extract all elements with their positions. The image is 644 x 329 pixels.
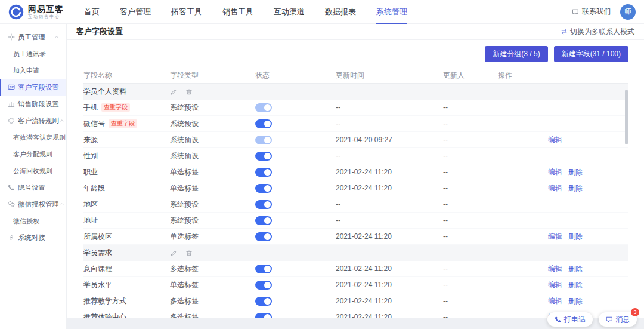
sidebar-item-label: 有效潜客认定规则 — [13, 133, 66, 142]
edit-link[interactable]: 编辑 — [548, 167, 562, 177]
delete-link[interactable]: 删除 — [568, 232, 583, 242]
dedupe-tag: 查重字段 — [101, 103, 130, 112]
group-name: 学员需求 — [83, 248, 112, 258]
nav-item-4[interactable]: 互动渠道 — [274, 0, 305, 24]
sidebar-item-label: 系统对接 — [18, 233, 45, 242]
status-toggle[interactable] — [255, 232, 272, 241]
sidebar-item-5[interactable]: 客户流转规则 — [0, 112, 66, 129]
updated-time: 2021-02-24 11:20 — [336, 313, 392, 318]
call-button[interactable]: 打电话 — [547, 312, 593, 327]
chat-icon — [572, 8, 579, 16]
sidebar-item-8[interactable]: 公海回收规则 — [0, 162, 66, 179]
edit-link[interactable]: 编辑 — [548, 232, 562, 242]
sidebar-item-label: 客户字段设置 — [18, 83, 59, 92]
contact-us-button[interactable]: 联系我们 — [572, 7, 611, 17]
sidebar-item-10[interactable]: 微信授权管理 — [0, 196, 66, 213]
status-toggle[interactable] — [255, 313, 272, 319]
edit-link[interactable]: 编辑 — [548, 264, 562, 274]
updated-time: -- — [336, 200, 340, 208]
contact-us-label: 联系我们 — [582, 7, 611, 17]
wechat-icon — [7, 201, 15, 208]
updated-time: -- — [336, 152, 340, 160]
status-toggle[interactable] — [255, 265, 272, 273]
status-toggle[interactable] — [255, 281, 272, 290]
status-toggle[interactable] — [255, 152, 272, 161]
field-type: 多选标签 — [170, 296, 199, 306]
sidebar-item-label: 微信授权管理 — [18, 200, 59, 209]
field-type: 单选标签 — [170, 232, 199, 242]
scrollbar-thumb[interactable] — [625, 90, 628, 144]
status-toggle[interactable] — [255, 184, 272, 193]
delete-link[interactable]: 删除 — [568, 167, 583, 177]
edit-icon[interactable] — [170, 88, 177, 96]
link-icon — [7, 234, 15, 241]
delete-link[interactable]: 删除 — [568, 280, 583, 290]
updater: -- — [443, 297, 448, 305]
sidebar-item-2[interactable]: 加入申请 — [0, 62, 66, 79]
field-name: 手机 — [83, 103, 98, 113]
nav-item-2[interactable]: 拓客工具 — [171, 0, 202, 24]
sidebar-item-12[interactable]: 系统对接 — [0, 229, 66, 246]
message-button[interactable]: 消息 3 — [599, 312, 637, 327]
status-toggle[interactable] — [255, 168, 272, 177]
updater: -- — [443, 200, 448, 208]
trash-icon[interactable] — [185, 250, 193, 257]
delete-link[interactable]: 删除 — [568, 183, 583, 193]
status-toggle[interactable] — [255, 216, 272, 225]
sidebar-item-11[interactable]: 微信授权 — [0, 213, 66, 229]
nav-item-0[interactable]: 首页 — [84, 0, 100, 24]
nav-item-3[interactable]: 销售工具 — [222, 0, 253, 24]
nav-item-1[interactable]: 客户管理 — [120, 0, 151, 24]
sidebar-item-label: 加入申请 — [13, 66, 39, 75]
sidebar: 员工管理员工通讯录加入申请客户字段设置销售阶段设置客户流转规则有效潜客认定规则客… — [0, 24, 67, 329]
top-nav: 首页客户管理拓客工具销售工具互动渠道数据报表系统管理 — [84, 0, 407, 24]
field-type: 单选标签 — [170, 280, 199, 290]
field-type: 系统预设 — [170, 135, 199, 145]
status-toggle[interactable] — [255, 136, 272, 144]
mode-switch-button[interactable]: 切换为多联系人模式 — [561, 27, 634, 37]
avatar[interactable]: 师 — [620, 4, 636, 20]
gear-icon — [7, 33, 15, 41]
sidebar-item-4[interactable]: 销售阶段设置 — [0, 96, 66, 112]
edit-link[interactable]: 编辑 — [548, 280, 562, 290]
nav-item-5[interactable]: 数据报表 — [325, 0, 356, 24]
sidebar-item-label: 销售阶段设置 — [18, 100, 59, 109]
call-label: 打电话 — [564, 315, 586, 325]
sidebar-item-3[interactable]: 客户字段设置 — [0, 79, 66, 96]
sidebar-item-7[interactable]: 客户分配规则 — [0, 146, 66, 162]
status-toggle[interactable] — [255, 297, 272, 306]
edit-link[interactable]: 编辑 — [548, 135, 562, 145]
column-header: 更新人 — [443, 70, 498, 81]
chat-icon — [606, 316, 613, 323]
sidebar-item-1[interactable]: 员工通讯录 — [0, 45, 66, 62]
updater: -- — [443, 216, 448, 225]
updater: -- — [443, 119, 448, 128]
updated-time: 2021-02-24 11:20 — [336, 281, 392, 289]
sidebar-item-9[interactable]: 隐号设置 — [0, 179, 66, 196]
field-type: 单选标签 — [170, 167, 199, 177]
status-toggle[interactable] — [255, 200, 272, 209]
updated-time: 2021-02-24 11:20 — [336, 297, 392, 305]
status-toggle[interactable] — [255, 119, 272, 128]
status-toggle[interactable] — [255, 103, 272, 112]
sidebar-item-0[interactable]: 员工管理 — [0, 29, 66, 45]
field-name: 学员水平 — [83, 280, 112, 290]
column-header: 操作 — [498, 70, 628, 81]
delete-link[interactable]: 删除 — [568, 264, 583, 274]
column-header: 状态 — [255, 70, 336, 81]
trash-icon[interactable] — [185, 88, 193, 96]
updated-time: -- — [336, 216, 340, 225]
new-group-button[interactable]: 新建分组(3 / 5) — [485, 46, 547, 62]
updated-time: -- — [336, 103, 340, 112]
sidebar-item-label: 公海回收规则 — [13, 167, 52, 176]
new-field-button[interactable]: 新建字段(31 / 100) — [554, 46, 628, 62]
edit-icon[interactable] — [170, 250, 177, 257]
updated-time: 2021-02-24 11:20 — [336, 265, 392, 273]
nav-item-6[interactable]: 系统管理 — [376, 0, 407, 24]
edit-link[interactable]: 编辑 — [548, 183, 562, 193]
sidebar-nav: 员工管理员工通讯录加入申请客户字段设置销售阶段设置客户流转规则有效潜客认定规则客… — [0, 29, 66, 246]
edit-link[interactable]: 编辑 — [548, 296, 562, 306]
delete-link[interactable]: 删除 — [568, 296, 583, 306]
brand-name: 网易互客 — [28, 5, 64, 14]
sidebar-item-6[interactable]: 有效潜客认定规则 — [0, 129, 66, 146]
